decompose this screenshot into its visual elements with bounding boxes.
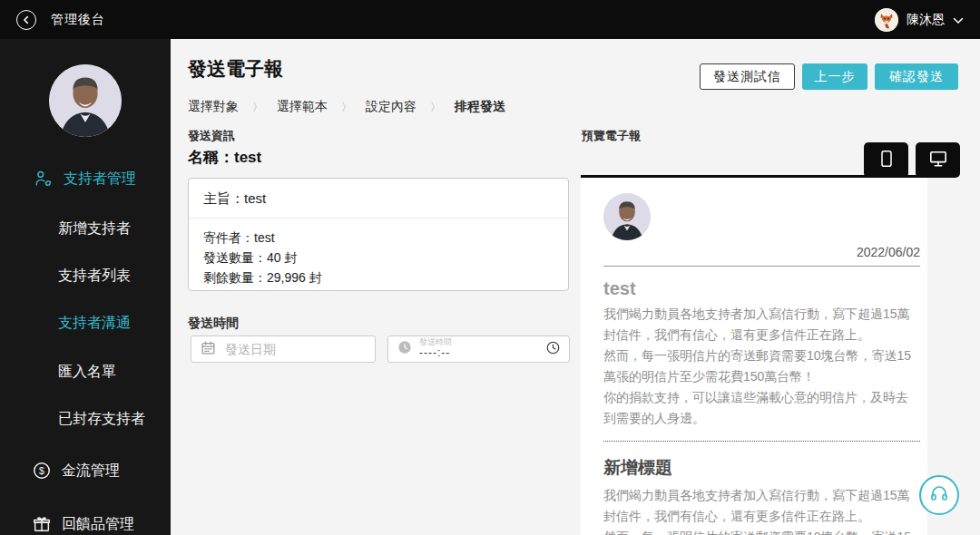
desktop-icon [928,150,948,171]
remaining-count: 剩餘數量：29,996 封 [203,268,554,287]
sidebar-item-rewards-management[interactable]: 回饋品管理 [31,513,134,535]
breadcrumb-separator: 〉 [341,100,352,115]
calendar-icon [201,340,216,359]
clock-filled-icon [397,340,412,358]
email-sender: 寄件者：test [203,228,554,248]
preview-sender-avatar [603,193,651,240]
send-info-section-label: 發送資訊 [188,128,235,144]
topbar: 管理後台 陳沐恩 [0,0,980,39]
app-title: 管理後台 [51,12,105,28]
send-count: 發送數量：40 封 [203,248,554,268]
gift-icon [31,513,53,535]
org-avatar [49,64,122,137]
sidebar-item-add-supporter[interactable]: 新增支持者 [58,219,131,238]
sidebar-item-label: 匯入名單 [58,363,116,382]
email-subject: 主旨：test [189,179,568,219]
support-help-button[interactable] [919,475,959,515]
sidebar-item-label: 回饋品管理 [62,515,134,534]
sidebar-item-label: 支持者管理 [64,170,136,189]
preview-mobile-button[interactable] [864,142,908,178]
sidebar-item-import-list[interactable]: 匯入名單 [58,363,116,382]
sidebar-item-label: 支持者溝通 [58,314,131,333]
breadcrumb-step-schedule-send[interactable]: 排程發送 [455,99,505,115]
preview-divider [603,266,920,267]
breadcrumb-step-set-content[interactable]: 設定內容 [366,99,416,115]
confirm-send-button[interactable]: 確認發送 [875,63,958,90]
chevron-left-icon [22,12,31,28]
sidebar-item-supporter-management[interactable]: 支持者管理 [33,168,136,190]
preview-paragraph: 然而，每一張明信片的寄送郵資需要10塊台幣，寄送15萬張的明信片至少需花費150… [603,345,920,387]
person-thumbsup-icon [33,168,54,190]
send-test-email-button[interactable]: 發送測試信 [700,63,795,90]
breadcrumb-step-select-audience[interactable]: 選擇對象 [188,99,239,115]
send-time-value-group: 發送時間 ----:-- [419,338,539,359]
page-title: 發送電子報 [188,56,283,82]
headphones-icon [928,482,950,508]
send-date-field[interactable] [191,336,376,363]
preview-paragraph: 我們竭力動員各地支持者加入寫信行動，寫下超過15萬封信件，我們有信心，還有更多信… [603,485,920,527]
preview-date: 2022/06/02 [603,245,920,259]
breadcrumb: 選擇對象 〉 選擇範本 〉 設定內容 〉 排程發送 [188,99,505,115]
sidebar-item-label: 新增支持者 [58,219,131,238]
preview-dotted-divider [603,441,920,442]
sidebar-item-supporter-list[interactable]: 支持者列表 [58,267,131,286]
mobile-icon [877,149,896,172]
user-name: 陳沐恩 [906,12,945,28]
sidebar-item-label: 已封存支持者 [58,410,145,429]
send-time-value[interactable]: ----:-- [419,347,539,359]
svg-text:$: $ [39,465,44,476]
breadcrumb-step-select-template[interactable]: 選擇範本 [277,99,328,115]
email-preview-panel: 2022/06/02 test 我們竭力動員各地支持者加入寫信行動，寫下超過15… [581,175,927,535]
preview-heading-2: 新增標題 [603,456,920,480]
breadcrumb-separator: 〉 [430,100,441,115]
send-date-input[interactable] [223,341,366,357]
sidebar-item-payment-management[interactable]: $ 金流管理 [31,460,120,482]
breadcrumb-separator: 〉 [252,100,263,115]
dollar-circle-icon: $ [31,460,53,482]
sidebar-item-label: 金流管理 [62,462,120,481]
campaign-name: 名稱：test [188,147,261,168]
preview-desktop-button[interactable] [916,142,960,178]
sidebar-item-label: 支持者列表 [58,267,131,286]
send-info-card: 主旨：test 寄件者：test 發送數量：40 封 剩餘數量：29,996 封 [188,178,569,291]
preview-heading-1: test [603,278,920,299]
back-button[interactable] [16,10,36,30]
preview-paragraph: 我們竭力動員各地支持者加入寫信行動，寫下超過15萬封信件，我們有信心，還有更多信… [603,304,920,345]
clock-outline-icon[interactable] [546,341,560,358]
sidebar-item-archived-supporters[interactable]: 已封存支持者 [58,410,145,429]
preview-section-label: 預覽電子報 [582,128,641,144]
sidebar-item-supporter-communication[interactable]: 支持者溝通 [58,314,131,333]
user-avatar [875,8,898,32]
preview-paragraph: 你的捐款支持，可以讓這些滿載心意的明信片，及時去到需要的人身邊。 [603,387,920,429]
user-menu[interactable]: 陳沐恩 [875,8,964,32]
send-time-section-label: 發送時間 [188,316,239,332]
send-time-field[interactable]: 發送時間 ----:-- [387,336,570,363]
chevron-down-icon [953,12,964,28]
send-info-details: 寄件者：test 發送數量：40 封 剩餘數量：29,996 封 [189,219,568,297]
preview-paragraph: 然而，每一張明信片的寄送郵資需要10塊台幣，寄送15萬張的明信 [603,527,920,535]
previous-step-button[interactable]: 上一步 [802,63,867,90]
app-window: 管理後台 陳沐恩 [0,0,980,535]
